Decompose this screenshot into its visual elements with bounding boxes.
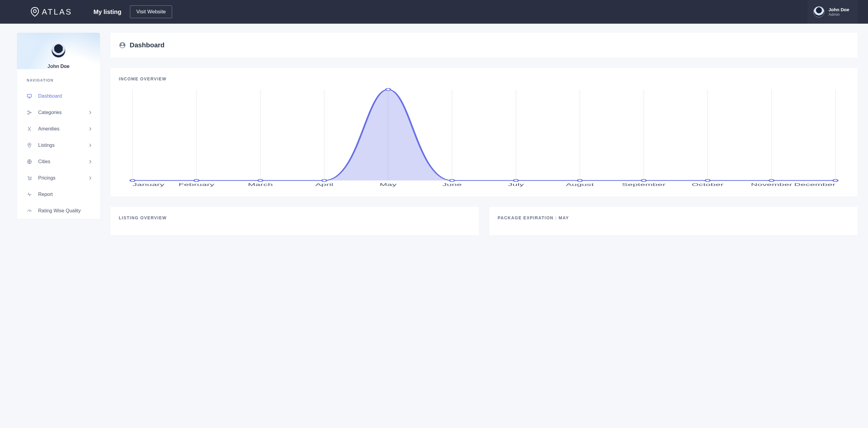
user-name: John Doe — [829, 7, 849, 12]
svg-point-25 — [194, 179, 199, 182]
svg-point-31 — [578, 179, 582, 182]
package-expiration-label: PACKAGE EXPIRATION : MAY — [498, 216, 849, 220]
svg-text:March: March — [248, 182, 273, 187]
sidebar-item-label: Report — [38, 192, 53, 197]
sidebar-item-cities[interactable]: Cities — [17, 153, 100, 170]
main-content: Dashboard INCOME OVERVIEW JanuaryFebruar… — [110, 33, 858, 246]
my-listing-link[interactable]: My listing — [93, 8, 121, 16]
avatar — [813, 6, 825, 17]
chevron-right-icon — [88, 111, 91, 114]
sidebar-item-listings[interactable]: Listings — [17, 137, 100, 153]
svg-text:December: December — [794, 182, 836, 187]
chevron-right-icon — [88, 160, 91, 163]
sidebar-top — [17, 33, 100, 69]
svg-text:July: July — [508, 182, 524, 187]
svg-line-11 — [29, 210, 30, 212]
chevron-right-icon — [88, 127, 91, 131]
sidebar-item-pricings[interactable]: Pricings — [17, 170, 100, 186]
svg-text:October: October — [692, 182, 724, 187]
sidebar-item-amenities[interactable]: Amenities — [17, 121, 100, 137]
gauge-icon — [27, 208, 32, 213]
svg-point-28 — [386, 89, 391, 91]
sidebar-item-label: Listings — [38, 143, 55, 148]
user-role: Admin — [829, 12, 849, 17]
pin-icon — [27, 143, 32, 148]
svg-point-6 — [30, 112, 31, 113]
package-expiration-card: PACKAGE EXPIRATION : MAY — [489, 207, 858, 235]
nav-heading: NAVIGATION — [17, 78, 100, 88]
sidebar-item-label: Categories — [38, 110, 62, 115]
svg-text:August: August — [566, 182, 594, 187]
svg-text:November: November — [751, 182, 792, 187]
svg-point-32 — [641, 179, 646, 182]
user-circle-icon — [119, 41, 126, 49]
pin-icon — [30, 7, 39, 17]
svg-text:January: January — [132, 182, 164, 187]
listing-overview-card: LISTING OVERVIEW — [110, 207, 479, 235]
chevron-right-icon — [88, 176, 91, 179]
sidebar: John Doe NAVIGATION DashboardCategoriesA… — [17, 33, 100, 219]
income-overview-label: INCOME OVERVIEW — [119, 77, 849, 81]
svg-point-10 — [30, 179, 31, 180]
sidebar-item-categories[interactable]: Categories — [17, 104, 100, 121]
svg-point-29 — [450, 179, 455, 182]
visit-website-button[interactable]: Visit Website — [130, 5, 173, 18]
svg-point-5 — [28, 113, 29, 114]
tree-icon — [27, 110, 32, 115]
globe-icon — [27, 159, 32, 164]
svg-point-0 — [33, 10, 36, 13]
svg-point-33 — [705, 179, 710, 182]
svg-point-26 — [258, 179, 263, 182]
monitor-icon — [27, 93, 32, 99]
income-chart: JanuaryFebruaryMarchAprilMayJuneJulyAugu… — [119, 88, 849, 188]
header-user-menu[interactable]: John Doe Admin — [807, 0, 858, 24]
sidebar-item-label: Pricings — [38, 175, 56, 181]
sidebar-item-label: Cities — [38, 159, 50, 164]
avatar[interactable] — [52, 44, 65, 58]
page-title: Dashboard — [130, 41, 164, 49]
sidebar-item-report[interactable]: Report — [17, 186, 100, 203]
pulse-icon — [27, 192, 32, 197]
brand-logo[interactable]: ATLAS — [30, 7, 72, 17]
listing-overview-label: LISTING OVERVIEW — [119, 216, 470, 220]
svg-point-7 — [29, 144, 30, 145]
sidebar-item-dashboard[interactable]: Dashboard — [17, 88, 100, 104]
utensils-icon — [27, 126, 32, 132]
dashboard-header-card: Dashboard — [110, 33, 858, 58]
sidebar-item-label: Dashboard — [38, 93, 62, 99]
svg-point-27 — [322, 179, 327, 182]
svg-text:May: May — [380, 182, 397, 187]
svg-point-24 — [130, 179, 135, 182]
svg-text:June: June — [442, 182, 462, 187]
app-header: ATLAS My listing Visit Website John Doe … — [0, 0, 868, 24]
svg-point-35 — [833, 179, 838, 182]
svg-text:February: February — [179, 182, 215, 187]
sidebar-item-label: Rating Wise Quality — [38, 208, 81, 213]
sidebar-item-rating-wise-quality[interactable]: Rating Wise Quality — [17, 203, 100, 219]
svg-text:September: September — [622, 182, 665, 187]
brand-text: ATLAS — [42, 7, 72, 17]
cart-icon — [27, 175, 32, 181]
nav-list: DashboardCategoriesAmenitiesListingsCiti… — [17, 88, 100, 219]
svg-point-30 — [514, 179, 518, 182]
svg-rect-1 — [27, 94, 32, 97]
svg-point-9 — [29, 179, 29, 180]
header-nav: My listing Visit Website — [93, 5, 172, 18]
svg-text:April: April — [315, 182, 333, 187]
svg-point-34 — [769, 179, 774, 182]
svg-point-4 — [28, 111, 29, 112]
income-overview-card: INCOME OVERVIEW JanuaryFebruaryMarchApri… — [110, 68, 858, 197]
chevron-right-icon — [88, 143, 91, 147]
sidebar-item-label: Amenities — [38, 126, 59, 132]
